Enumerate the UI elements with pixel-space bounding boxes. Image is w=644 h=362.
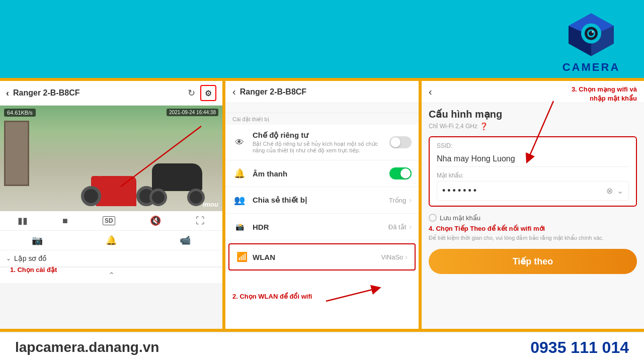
wlan-value: ViNaSo	[381, 253, 403, 261]
camera-name: Ranger 2-B-B8CF	[13, 88, 79, 98]
share-icon: 👥	[232, 193, 247, 207]
hdr-item[interactable]: 📸 HDR Đã tắt ›	[225, 214, 419, 240]
camera-title: ‹ Ranger 2-B-B8CF	[6, 88, 79, 99]
hdr-value: Đã tắt	[388, 223, 406, 231]
bottom-bar: lapcamera.danang.vn 0935 111 014	[0, 332, 644, 362]
map-row[interactable]: ⌄ Lập sơ đồ	[0, 250, 222, 267]
video-icon[interactable]: 📹	[180, 235, 191, 246]
map-label: Lập sơ đồ	[14, 254, 47, 262]
stop-icon[interactable]: ■	[62, 216, 68, 226]
share-value: Trống	[389, 197, 406, 204]
camera-speed: 64.61KB/s	[4, 109, 36, 117]
annotation-2-text: 2. Chọn WLAN để đổi wifi	[232, 293, 312, 300]
controls-row-2: 📷 🔔 📹	[0, 231, 222, 250]
chevron-down-pw-icon[interactable]: ⌄	[617, 186, 623, 196]
wifi-note-text: Chỉ Wi-Fi 2,4 GHz	[429, 123, 477, 130]
save-pw-radio[interactable]	[429, 214, 437, 222]
website-text: lapcamera.danang.vn	[15, 339, 159, 355]
share-title: Chia sẻ thiết bị	[253, 196, 389, 205]
privacy-toggle[interactable]	[389, 136, 412, 148]
controls-row-1: ▮▮ ■ SD 🔇 ⛶	[0, 211, 222, 231]
camera-feed: 64.61KB/s 2021-09-24 16:44:38 imou	[0, 106, 222, 211]
share-item[interactable]: 👥 Chia sẻ thiết bị Trống ›	[225, 187, 419, 214]
sound-title: Âm thanh	[253, 169, 389, 178]
panel-network: ‹ Cấu hình mạng Chỉ Wi-Fi 2,4 GHz ❓ SSID…	[420, 79, 644, 330]
wlan-arrow: ›	[405, 253, 408, 261]
panel2-scroll-indicator	[225, 103, 419, 113]
chevron-up-icon: ⌃	[108, 271, 115, 280]
fullscreen-icon[interactable]: ⛶	[196, 216, 205, 226]
svg-point-8	[592, 31, 594, 33]
sound-icon: 🔔	[232, 166, 247, 180]
wifi-note: Chỉ Wi-Fi 2,4 GHz ❓	[422, 120, 644, 132]
main-content: ‹ Ranger 2-B-B8CF ↻ ⚙	[0, 78, 644, 332]
pw-field: ••••••• ⊗ ⌄	[437, 181, 629, 201]
camera-header: ‹ Ranger 2-B-B8CF ↻ ⚙	[0, 81, 222, 106]
logo-area: CAMERA	[548, 4, 634, 79]
panel-camera: ‹ Ranger 2-B-B8CF ↻ ⚙	[0, 79, 224, 330]
wifi-icon: 📶	[236, 251, 248, 262]
sound-toggle[interactable]	[389, 167, 412, 179]
sound-text: Âm thanh	[253, 169, 389, 178]
info-icon: ❓	[479, 122, 488, 130]
gear-icon: ⚙	[205, 88, 212, 98]
save-pw-label: Lưu mật khẩu	[440, 214, 480, 222]
arrow-2	[225, 271, 401, 311]
camera-header-icons: ↻ ⚙	[188, 85, 216, 101]
panel2-title: Ranger 2-B-B8CF	[240, 87, 306, 97]
pw-dots: •••••••	[442, 186, 606, 196]
camera-brand: imou	[203, 201, 218, 208]
mute-icon[interactable]: 🔇	[150, 215, 161, 226]
save-pw-row: Lưu mật khẩu	[422, 211, 644, 225]
settings-icon-btn[interactable]: ⚙	[200, 85, 216, 101]
annotation-1-text: 1. Chọn cài đặt	[10, 266, 57, 274]
share-text: Chia sẻ thiết bị	[253, 196, 389, 205]
section-label: Cài đặt thiết bị	[225, 113, 419, 125]
logo-icon	[564, 10, 619, 60]
camera-date: 2021-09-24 16:44:38	[167, 109, 218, 116]
clear-icon[interactable]: ⊗	[606, 186, 613, 196]
sound-item[interactable]: 🔔 Âm thanh	[225, 160, 419, 187]
logo-text: CAMERA	[562, 61, 620, 74]
sd-icon[interactable]: SD	[103, 216, 115, 225]
ssid-value: Nha may Hong Luong	[437, 151, 629, 167]
pw-label: Mật khẩu:	[437, 172, 629, 179]
camera-background	[0, 106, 222, 211]
hdr-arrow: ›	[409, 223, 412, 231]
privacy-desc: Bật Chế độ riêng tư sẽ hủy kích hoạt một…	[253, 141, 389, 154]
privacy-icon: 👁	[232, 135, 247, 149]
privacy-mode-item[interactable]: 👁 Chế độ riêng tư Bật Chế độ riêng tư sẽ…	[225, 125, 419, 160]
annotation-4-text: 4. Chọn Tiếp Theo để kết nối wifi mới	[429, 225, 545, 232]
back-icon[interactable]: ‹	[6, 88, 9, 99]
panel2-header: ‹ Ranger 2-B-B8CF	[225, 81, 419, 103]
snapshot-icon[interactable]: 📷	[32, 235, 43, 246]
network-box: SSID: Nha may Hong Luong Mật khẩu: •••••…	[429, 136, 637, 207]
pause-icon[interactable]: ▮▮	[18, 215, 28, 226]
panel3-back-icon[interactable]: ‹	[429, 86, 432, 98]
ssid-label: SSID:	[437, 142, 629, 149]
annotation-1: 1. Chọn cài đặt	[10, 266, 57, 274]
network-title: Cấu hình mạng	[422, 108, 644, 120]
wlan-item[interactable]: 📶 WLAN ViNaSo ›	[228, 243, 416, 270]
hdr-title: HDR	[253, 223, 388, 231]
panel-settings: ‹ Ranger 2-B-B8CF Cài đặt thiết bị 👁 Chế…	[224, 79, 420, 330]
phone-text: 0935 111 014	[530, 338, 629, 357]
refresh-icon[interactable]: ↻	[188, 87, 195, 99]
top-bar	[0, 0, 644, 80]
wlan-label: WLAN	[253, 253, 381, 261]
privacy-text: Chế độ riêng tư Bật Chế độ riêng tư sẽ h…	[253, 131, 389, 154]
panel2-back-icon[interactable]: ‹	[232, 86, 236, 98]
hdr-text: HDR	[253, 223, 388, 231]
chevron-down-icon: ⌄	[6, 255, 11, 262]
helper-text: Để tiết kiệm thời gian cho, vui lòng đảm…	[422, 232, 644, 244]
annotation-4: 4. Chọn Tiếp Theo để kết nối wifi mới	[422, 225, 644, 232]
share-arrow: ›	[409, 196, 412, 204]
next-button[interactable]: Tiếp theo	[429, 249, 637, 274]
hdr-icon: 📸	[232, 220, 247, 234]
annotation-2: 2. Chọn WLAN để đổi wifi	[232, 292, 312, 301]
alarm-icon[interactable]: 🔔	[106, 235, 117, 246]
annotation-3: 3. Chọn mạng wifi và nhập mật khẩu	[572, 85, 637, 103]
privacy-title: Chế độ riêng tư	[253, 131, 389, 140]
pw-icons: ⊗ ⌄	[606, 186, 623, 196]
